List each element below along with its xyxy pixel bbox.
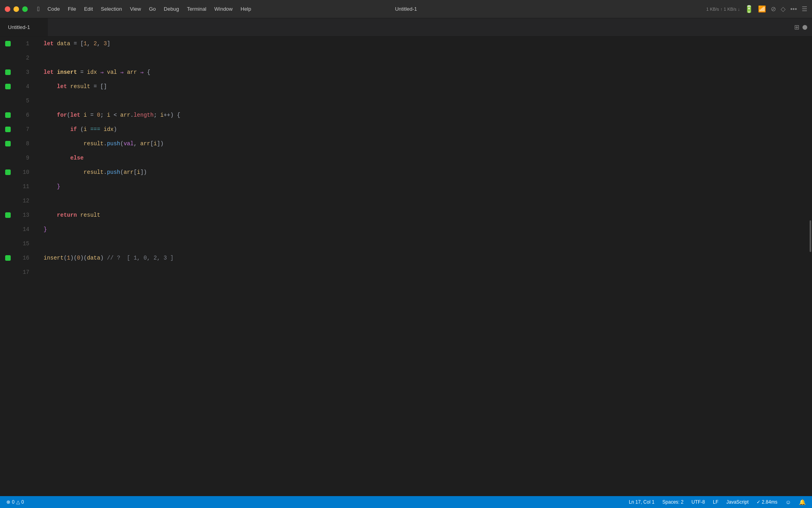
tabbar: Untitled-1 ⊞	[0, 18, 812, 37]
breakpoint-13[interactable]	[5, 212, 11, 218]
keyword-let-3: let	[44, 69, 54, 75]
gutter-17	[0, 265, 16, 279]
menu-selection[interactable]: Selection	[98, 5, 125, 13]
statusbar-left: ⊗ 0 △ 0	[6, 499, 24, 505]
breakpoint-7[interactable]	[5, 127, 11, 132]
breakpoint-10[interactable]	[5, 169, 11, 175]
spaces-indicator[interactable]: Spaces: 2	[663, 499, 684, 505]
menu-window[interactable]: Window	[211, 5, 236, 13]
menu-bar:  Code File Edit Selection View Go Debug…	[34, 5, 255, 13]
code-line-16: insert(1)(0)(data) // ? [ 1, 0, 2, 3 ]	[36, 251, 808, 265]
tab-label: Untitled-1	[8, 24, 30, 30]
gutter-10	[0, 165, 16, 179]
breakpoint-8[interactable]	[5, 141, 11, 146]
code-line-5	[36, 94, 808, 108]
line-num-6: 6	[16, 108, 36, 122]
code-area[interactable]: let data = [1, 2, 3] let insert = idx ⇒ …	[36, 37, 808, 496]
breakpoint-16[interactable]	[5, 255, 11, 261]
line-num-7: 7	[16, 122, 36, 137]
more-icon[interactable]: •••	[790, 6, 797, 13]
line-num-14: 14	[16, 222, 36, 237]
menu-edit[interactable]: Edit	[81, 5, 96, 13]
gutter-15	[0, 237, 16, 251]
smiley-icon[interactable]: ☺	[785, 499, 791, 505]
warning-icon: △	[16, 499, 20, 505]
code-line-7: ________if (i === idx)	[36, 122, 808, 137]
code-line-4: ____let result = []	[36, 79, 808, 94]
code-line-11: ____}	[36, 179, 808, 194]
menu-help[interactable]: Help	[237, 5, 255, 13]
statusbar-right: Ln 17, Col 1 Spaces: 2 UTF-8 LF JavaScri…	[629, 499, 806, 505]
gutter-8	[0, 137, 16, 151]
line-num-3: 3	[16, 65, 36, 79]
gutter-6	[0, 108, 16, 122]
gutter-13	[0, 208, 16, 222]
breakpoint-4[interactable]	[5, 84, 11, 89]
error-icon: ⊗	[6, 499, 10, 505]
line-num-1: 1	[16, 37, 36, 51]
menu-debug[interactable]: Debug	[161, 5, 182, 13]
gutter-7	[0, 122, 16, 137]
network-icon: 1 KB/s ↑ 1 KB/s ↓	[706, 7, 740, 12]
statusbar: ⊗ 0 △ 0 Ln 17, Col 1 Spaces: 2 UTF-8 LF …	[0, 496, 812, 508]
language-indicator[interactable]: JavaScript	[726, 499, 749, 505]
line-numbers: 1 2 3 4 5 6 7 8 9 10 11 12 13 14 15 16 1…	[16, 37, 36, 496]
code-line-9: ________else	[36, 151, 808, 165]
line-num-10: 10	[16, 165, 36, 179]
split-editor-icon[interactable]: ⊞	[794, 23, 799, 31]
code-line-15	[36, 237, 808, 251]
traffic-lights	[5, 6, 28, 12]
menu-view[interactable]: View	[127, 5, 144, 13]
code-line-1: let data = [1, 2, 3]	[36, 37, 808, 51]
titlebar:  Code File Edit Selection View Go Debug…	[0, 0, 812, 18]
titlebar-left:  Code File Edit Selection View Go Debug…	[5, 5, 255, 13]
scrollbar-thumb[interactable]	[810, 220, 811, 252]
list-icon[interactable]: ☰	[802, 5, 807, 13]
code-line-17	[36, 265, 808, 279]
encoding-indicator[interactable]: UTF-8	[691, 499, 705, 505]
gutter-9	[0, 151, 16, 165]
code-line-13: ____return result	[36, 208, 808, 222]
breakpoint-3[interactable]	[5, 69, 11, 75]
line-num-11: 11	[16, 179, 36, 194]
line-num-16: 16	[16, 251, 36, 265]
editor[interactable]: 1 2 3 4 5 6 7 8 9 10 11 12 13 14 15 16 1…	[0, 37, 812, 496]
code-line-2	[36, 51, 808, 65]
scrollbar[interactable]	[808, 37, 812, 496]
gutter-1	[0, 37, 16, 51]
window-title: Untitled-1	[395, 6, 417, 12]
line-num-4: 4	[16, 79, 36, 94]
tab-untitled1[interactable]: Untitled-1	[0, 18, 48, 36]
tabbar-right: ⊞	[794, 23, 812, 31]
apple-menu[interactable]: 	[34, 5, 43, 13]
gutter-3	[0, 65, 16, 79]
circle-icon[interactable]	[802, 25, 807, 30]
menu-terminal[interactable]: Terminal	[184, 5, 209, 13]
titlebar-right: 1 KB/s ↑ 1 KB/s ↓ 🔋 📶 ⊘ ◇ ••• ☰	[706, 5, 807, 13]
menu-go[interactable]: Go	[146, 5, 159, 13]
close-button[interactable]	[5, 6, 10, 12]
line-num-8: 8	[16, 137, 36, 151]
gutter-16	[0, 251, 16, 265]
code-line-12	[36, 194, 808, 208]
code-line-6: ____for(let i = 0; i < arr.length; i++) …	[36, 108, 808, 122]
line-num-5: 5	[16, 94, 36, 108]
gutter-4	[0, 79, 16, 94]
menu-file[interactable]: File	[65, 5, 79, 13]
var-insert: insert	[57, 69, 77, 75]
breakpoint-6[interactable]	[5, 112, 11, 118]
error-count[interactable]: ⊗ 0 △ 0	[6, 499, 24, 505]
line-ending-indicator[interactable]: LF	[713, 499, 718, 505]
minimize-button[interactable]	[13, 6, 19, 12]
line-col-indicator[interactable]: Ln 17, Col 1	[629, 499, 655, 505]
gutter-12	[0, 194, 16, 208]
maximize-button[interactable]	[22, 6, 28, 12]
breakpoint-1[interactable]	[5, 41, 11, 46]
line-num-15: 15	[16, 237, 36, 251]
extension-icon: ◇	[781, 5, 785, 13]
keyword-let-1: let	[44, 40, 54, 47]
line-num-13: 13	[16, 208, 36, 222]
bell-icon[interactable]: 🔔	[799, 499, 806, 505]
code-line-14: }	[36, 222, 808, 237]
menu-code[interactable]: Code	[44, 5, 63, 13]
